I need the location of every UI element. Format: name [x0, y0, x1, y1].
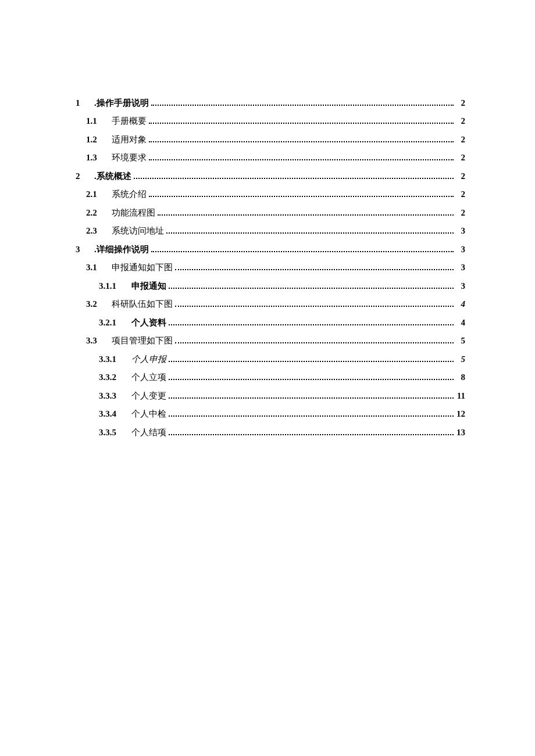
toc-leader-dots: [149, 188, 454, 198]
toc-entry-number: 3.3.2: [99, 371, 127, 384]
toc-entry-page: 5: [456, 335, 465, 347]
toc-entry[interactable]: 2.2功能流程图2: [76, 206, 465, 219]
toc-entry-page: 11: [456, 390, 465, 402]
toc-entry-page: 3: [456, 261, 465, 274]
toc-entry-title: 系统介绍: [107, 188, 147, 200]
toc-leader-dots: [175, 261, 454, 271]
toc-entry-title: 环境要求: [107, 152, 147, 164]
toc-entry[interactable]: 3.3.2个人立项8: [76, 371, 465, 384]
toc-entry-page: 2: [456, 188, 465, 200]
toc-leader-dots: [169, 353, 454, 362]
toc-entry[interactable]: 3.详细操作说明3: [76, 243, 465, 256]
toc-leader-dots: [169, 426, 454, 435]
toc-entry-title: .详细操作说明: [90, 243, 149, 256]
toc-entry-page: 2: [456, 170, 465, 182]
toc-entry-title: 个人中检: [127, 408, 166, 420]
toc-entry[interactable]: 3.1.1申报通知3: [76, 280, 465, 292]
toc-entry-title: 科研队伍如下图: [107, 298, 173, 310]
toc-entry-page: 8: [456, 371, 465, 384]
toc-entry-page: 5: [456, 353, 465, 366]
toc-entry[interactable]: 2.3系统访问地址3: [76, 225, 465, 238]
toc-entry-page: 13: [456, 427, 465, 439]
toc-leader-dots: [169, 371, 454, 381]
toc-entry-number: 3.2.1: [99, 317, 127, 329]
toc-entry-title: 个人立项: [127, 371, 166, 384]
toc-entry-number: 1: [76, 97, 90, 109]
toc-entry-page: 12: [456, 408, 465, 420]
toc-entry[interactable]: 1.3环境要求2: [76, 152, 465, 164]
toc-entry-title: 项目管理如下图: [107, 335, 173, 347]
toc-entry-page: 4: [456, 317, 465, 329]
toc-entry-title: 申报通知如下图: [107, 261, 173, 274]
toc-leader-dots: [175, 335, 454, 344]
toc-entry-number: 3.1.1: [99, 280, 127, 292]
toc-leader-dots: [151, 96, 454, 106]
document-page: 1.操作手册说明21.1手册概要21.2适用对象21.3环境要求22.系统概述2…: [0, 0, 535, 756]
toc-entry-number: 3.3.3: [99, 390, 127, 402]
toc-entry-number: 1.2: [86, 134, 107, 146]
toc-entry[interactable]: 3.2.1个人资料4: [76, 316, 465, 329]
toc-entry-title: .操作手册说明: [90, 97, 149, 109]
toc-entry-title: 个人变更: [127, 390, 166, 402]
toc-leader-dots: [175, 298, 454, 307]
toc-leader-dots: [169, 389, 454, 399]
toc-entry-page: 2: [456, 97, 465, 109]
toc-leader-dots: [149, 152, 454, 161]
toc-leader-dots: [134, 170, 454, 179]
toc-entry[interactable]: 2.1系统介绍2: [76, 188, 465, 201]
toc-entry[interactable]: 1.1手册概要2: [76, 115, 465, 128]
toc-entry-title: .系统概述: [90, 170, 131, 182]
toc-entry-number: 3.3.5: [99, 427, 127, 439]
toc-entry-page: 4: [456, 298, 465, 310]
toc-entry-title: 适用对象: [107, 134, 147, 146]
toc-leader-dots: [169, 408, 454, 417]
toc-leader-dots: [158, 206, 454, 216]
toc-entry[interactable]: 2.系统概述2: [76, 170, 465, 182]
toc-entry-number: 3.3.4: [99, 408, 127, 420]
toc-entry[interactable]: 3.3.4个人中检12: [76, 408, 465, 421]
toc-entry-number: 2: [76, 170, 90, 182]
toc-entry[interactable]: 1.2适用对象2: [76, 133, 465, 146]
toc-entry[interactable]: 3.3.3个人变更11: [76, 389, 465, 402]
toc-entry[interactable]: 3.1申报通知如下图3: [76, 261, 465, 274]
toc-entry-title: 系统访问地址: [107, 225, 164, 237]
toc-entry-number: 3.3.1: [99, 353, 127, 366]
toc-leader-dots: [149, 133, 454, 142]
toc-entry-number: 2.1: [86, 188, 107, 200]
toc-entry-page: 2: [456, 207, 465, 219]
toc-entry-number: 2.2: [86, 207, 107, 219]
toc-leader-dots: [151, 243, 454, 252]
toc-entry-page: 2: [456, 152, 465, 164]
toc-entry-number: 2.3: [86, 225, 107, 237]
toc-entry-title: 个人结项: [127, 427, 166, 439]
toc-entry[interactable]: 1.操作手册说明2: [76, 96, 465, 109]
toc-entry[interactable]: 3.3.1个人申报5: [76, 353, 465, 366]
toc-entry-number: 3.3: [86, 335, 107, 347]
toc-leader-dots: [149, 115, 454, 124]
toc-entry-number: 1.1: [86, 115, 107, 127]
toc-entry[interactable]: 3.3项目管理如下图5: [76, 335, 465, 347]
toc-entry-title: 个人资料: [127, 317, 166, 329]
toc-entry[interactable]: 3.2科研队伍如下图4: [76, 298, 465, 311]
toc-entry-number: 1.3: [86, 152, 107, 164]
toc-entry-page: 3: [456, 280, 465, 292]
toc-entry-page: 3: [456, 243, 465, 256]
toc-entry-title: 个人申报: [127, 353, 166, 366]
toc-entry-title: 申报通知: [127, 280, 166, 292]
toc-entry-page: 2: [456, 115, 465, 127]
toc-entry-page: 3: [456, 225, 465, 237]
toc-entry-number: 3.1: [86, 261, 107, 274]
toc-entry-title: 功能流程图: [107, 207, 155, 219]
toc-entry-number: 3: [76, 243, 90, 256]
toc-leader-dots: [169, 280, 454, 289]
toc-leader-dots: [166, 225, 454, 234]
table-of-contents: 1.操作手册说明21.1手册概要21.2适用对象21.3环境要求22.系统概述2…: [76, 96, 465, 439]
toc-leader-dots: [169, 316, 454, 325]
toc-entry-title: 手册概要: [107, 115, 147, 127]
toc-entry-number: 3.2: [86, 298, 107, 310]
toc-entry[interactable]: 3.3.5个人结项13: [76, 426, 465, 439]
toc-entry-page: 2: [456, 134, 465, 146]
